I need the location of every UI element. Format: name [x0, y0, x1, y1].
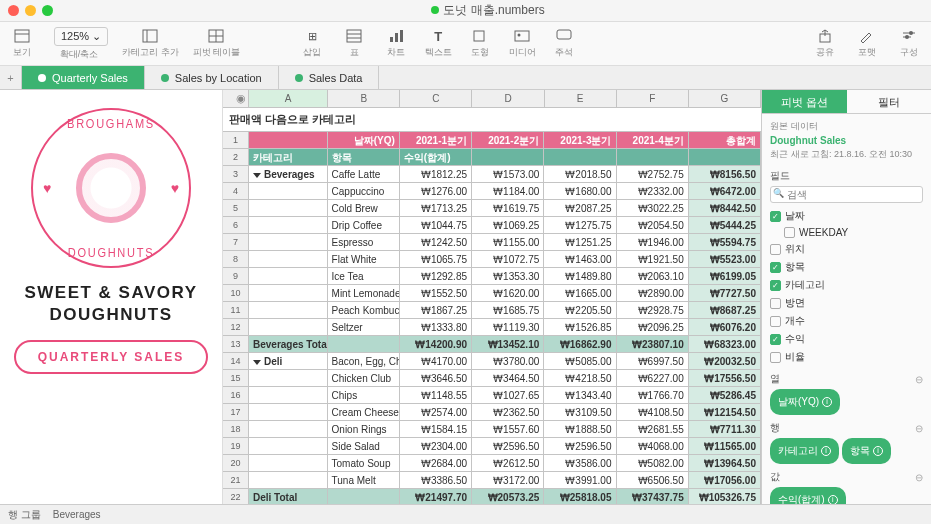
add-category-button[interactable]: 카테고리 추가 — [122, 28, 179, 59]
inspector-panel: 피벗 옵션 필터 원본 데이터 Doughnut Sales 최근 새로 고침:… — [761, 90, 931, 504]
shape-button[interactable]: 도형 — [466, 28, 494, 59]
svg-point-15 — [518, 34, 521, 37]
table-row[interactable]: 7Espresso₩1242.50₩1155.00₩1251.25₩1946.0… — [223, 234, 761, 251]
svg-rect-2 — [143, 30, 157, 42]
last-refresh: 최근 새로 고침: 21.8.16. 오전 10:30 — [770, 148, 923, 161]
table-row[interactable]: 9Ice Tea₩1292.85₩1353.30₩1489.80₩2063.10… — [223, 268, 761, 285]
pivot-table-button[interactable]: 피벗 테이블 — [193, 28, 241, 59]
minimize-window[interactable] — [25, 5, 36, 16]
row-group-value: Beverages — [53, 509, 101, 520]
table-row[interactable]: 19Side Salad₩2304.00₩2596.50₩2596.50₩406… — [223, 438, 761, 455]
field-checkbox[interactable]: ✓날짜 — [770, 207, 923, 225]
columns-section: 열⊖ — [770, 372, 923, 386]
insert-button[interactable]: ⊞삽입 — [298, 28, 326, 59]
brand-bottom-text: DOUGHNUTS — [45, 245, 178, 260]
table-button[interactable]: 표 — [340, 28, 368, 59]
column-header[interactable]: C — [400, 90, 472, 107]
format-button[interactable]: 포맷 — [853, 28, 881, 59]
column-header[interactable]: G — [689, 90, 761, 107]
chart-button[interactable]: 차트 — [382, 28, 410, 59]
share-button[interactable]: 공유 — [811, 28, 839, 59]
tagline: SWEET & SAVORY DOUGHNUTS — [24, 282, 197, 326]
zoom-window[interactable] — [42, 5, 53, 16]
sheet-tab[interactable]: Quarterly Sales — [22, 66, 145, 89]
field-pill[interactable]: 수익(합계) i — [770, 487, 846, 504]
sheet-tab[interactable]: Sales Data — [279, 66, 380, 89]
heart-icon: ♥ — [171, 180, 179, 196]
table-row[interactable]: 4Cappuccino₩1276.00₩1184.00₩1680.00₩2332… — [223, 183, 761, 200]
table-row[interactable]: 21Tuna Melt₩3386.50₩3172.00₩3991.00₩6506… — [223, 472, 761, 489]
table-row[interactable]: 16Chips₩1148.55₩1027.65₩1343.40₩1766.70₩… — [223, 387, 761, 404]
svg-rect-11 — [395, 33, 398, 42]
field-checkbox[interactable]: 위치 — [770, 240, 923, 258]
svg-point-20 — [909, 31, 913, 35]
svg-rect-12 — [400, 30, 403, 42]
field-pill[interactable]: 항목 i — [842, 438, 891, 464]
pivot-options-tab[interactable]: 피벗 옵션 — [762, 90, 847, 113]
brand-top-text: BROUGHAMS — [45, 116, 178, 131]
comment-button[interactable]: 주석 — [550, 28, 578, 59]
window-title: 도넛 매출.numbers — [53, 2, 923, 19]
table-row[interactable]: 22Deli Total₩21497.70₩20573.25₩25818.05₩… — [223, 489, 761, 504]
column-header[interactable]: E — [545, 90, 617, 107]
text-button[interactable]: T텍스트 — [424, 28, 452, 59]
field-pill[interactable]: 날짜(YQ) i — [770, 389, 840, 415]
svg-rect-7 — [347, 30, 361, 42]
quarterly-sales-button[interactable]: QUARTERLY SALES — [14, 340, 209, 374]
field-checkbox[interactable]: WEEKDAY — [770, 225, 923, 240]
column-header[interactable]: F — [617, 90, 689, 107]
rows-section: 행⊖ — [770, 421, 923, 435]
field-search-input[interactable] — [770, 186, 923, 203]
table-row[interactable]: 13Beverages Total₩14200.90₩13452.10₩1686… — [223, 336, 761, 353]
media-button[interactable]: 미디어 — [508, 28, 536, 59]
filter-tab[interactable]: 필터 — [847, 90, 932, 113]
close-window[interactable] — [8, 5, 19, 16]
field-pill[interactable]: 카테고리 i — [770, 438, 839, 464]
table-row[interactable]: 14DeliBacon, Egg, Cheese₩4170.00₩3780.00… — [223, 353, 761, 370]
field-checkbox[interactable]: 비율 — [770, 348, 923, 366]
table-row[interactable]: 15Chicken Club₩3646.50₩3464.50₩4218.50₩6… — [223, 370, 761, 387]
svg-point-21 — [905, 35, 909, 39]
row-group-label: 행 그룹 — [8, 508, 41, 522]
svg-rect-13 — [474, 31, 484, 41]
svg-rect-14 — [515, 31, 529, 41]
table-corner[interactable]: ◉ — [223, 90, 249, 107]
table-row[interactable]: 8Flat White₩1065.75₩1072.75₩1463.00₩1921… — [223, 251, 761, 268]
table-row[interactable]: 17Cream Cheese₩2574.00₩2362.50₩3109.50₩4… — [223, 404, 761, 421]
field-checkbox[interactable]: ✓카테고리 — [770, 276, 923, 294]
table-title: 판매액 다음으로 카테고리 — [223, 108, 761, 132]
organize-button[interactable]: 구성 — [895, 28, 923, 59]
values-section: 값⊖ — [770, 470, 923, 484]
field-checkbox[interactable]: ✓수익 — [770, 330, 923, 348]
view-button[interactable]: 보기 — [8, 28, 36, 59]
svg-rect-16 — [557, 30, 571, 39]
sheet-tab[interactable]: Sales by Location — [145, 66, 279, 89]
table-row[interactable]: 3BeveragesCaffe Latte₩1812.25₩1573.00₩20… — [223, 166, 761, 183]
table-row[interactable]: 12Seltzer₩1333.80₩1119.30₩1526.85₩2096.2… — [223, 319, 761, 336]
status-bar: 행 그룹 Beverages — [0, 504, 931, 524]
table-row[interactable]: 5Cold Brew₩1713.25₩1619.75₩2087.25₩3022.… — [223, 200, 761, 217]
table-row[interactable]: 10Mint Lemonade₩1552.50₩1620.00₩1665.00₩… — [223, 285, 761, 302]
column-header[interactable]: D — [472, 90, 544, 107]
column-header[interactable]: B — [328, 90, 400, 107]
zoom-select[interactable]: 125% ⌄ 확대/축소 — [50, 27, 108, 61]
table-row[interactable]: 11Peach Kombucha₩1867.25₩1685.75₩2205.50… — [223, 302, 761, 319]
table-row[interactable]: 20Tomato Soup₩2684.00₩2612.50₩3586.00₩50… — [223, 455, 761, 472]
source-data-label: 원본 데이터 — [770, 120, 923, 133]
fields-header: 필드 — [770, 169, 923, 183]
source-data-name[interactable]: Doughnut Sales — [770, 135, 923, 146]
field-checkbox[interactable]: ✓항목 — [770, 258, 923, 276]
field-checkbox[interactable]: 개수 — [770, 312, 923, 330]
add-sheet-button[interactable]: + — [0, 66, 22, 89]
column-header[interactable]: A — [249, 90, 328, 107]
table-row[interactable]: 18Onion Rings₩1584.15₩1557.60₩1888.50₩26… — [223, 421, 761, 438]
table-row[interactable]: 6Drip Coffee₩1044.75₩1069.25₩1275.75₩205… — [223, 217, 761, 234]
field-checkbox[interactable]: 방면 — [770, 294, 923, 312]
svg-rect-0 — [15, 30, 29, 42]
toolbar: 보기 125% ⌄ 확대/축소 카테고리 추가 피벗 테이블 ⊞삽입 표 차트 … — [0, 22, 931, 66]
brand-logo: BROUGHAMS DOUGHNUTS ♥ ♥ — [31, 108, 191, 268]
pivot-table[interactable]: ◉ ABCDEFG 판매액 다음으로 카테고리1날짜(YQ)2021-1분기20… — [222, 90, 761, 504]
svg-rect-10 — [390, 37, 393, 42]
brand-panel: BROUGHAMS DOUGHNUTS ♥ ♥ SWEET & SAVORY D… — [0, 90, 222, 504]
heart-icon: ♥ — [43, 180, 51, 196]
